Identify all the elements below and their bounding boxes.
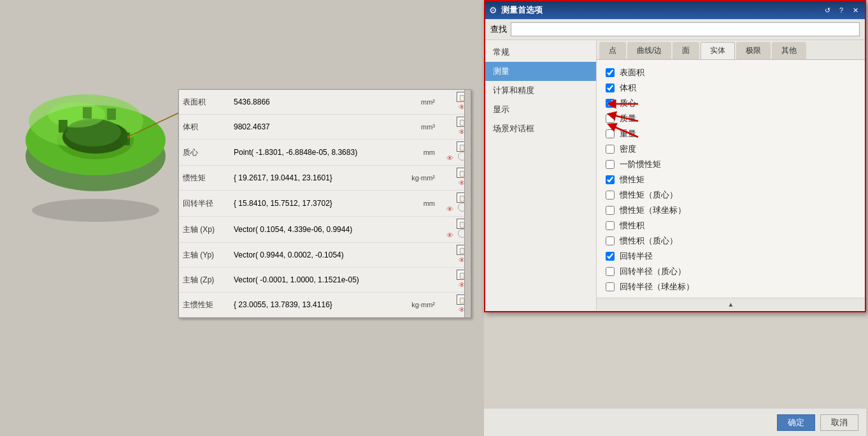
viewport: 表面积 5436.8866 mm² 📋 👁 体积 9802.4637 mm³ 📋… [0,0,484,436]
measure-row-name: 主轴 (Yp) [179,243,230,268]
checkbox-label: 惯性矩（球坐标） [620,205,686,216]
sidebar-item-常规[interactable]: 常规 [485,43,596,62]
measure-row: 回转半径 { 15.8410, 15.7512, 17.3702} mm 📋 👁 [179,191,471,217]
checkbox-label: 惯性矩 [620,174,644,185]
tab-点[interactable]: 点 [599,42,626,59]
preferences-dialog: ⚙ 测量首选项 ↺ ? ✕ 查找 常规测量计算和精度显示场景对话框 点曲线/边面… [484,0,866,312]
measure-row-unit: kg·mm² [404,166,439,191]
checkbox-row: 惯性矩（球坐标） [604,203,857,218]
checkbox-label: 惯性积 [620,220,644,231]
measure-row: 主轴 (Yp) Vector( 0.9944, 0.0002, -0.1054)… [179,243,471,268]
checkbox-row: 惯性矩（质心） [604,187,857,203]
measure-row-unit: mm² [404,90,439,115]
checkbox-row: 惯性积（质心） [604,233,857,249]
search-bar: 查找 [485,19,865,40]
measure-scrollbar[interactable] [464,90,471,317]
sidebar-item-场景对话框[interactable]: 场景对话框 [485,119,596,138]
svg-rect-11 [107,108,116,120]
eye-icon[interactable]: 👁 [445,204,455,214]
measure-row-value: 9802.4637 [230,115,404,140]
search-label: 查找 [490,24,507,35]
measure-row: 主惯性矩 { 23.0055, 13.7839, 13.4116} kg·mm²… [179,293,471,317]
checkbox-回转半径[interactable] [606,252,615,261]
sidebar-item-计算和精度[interactable]: 计算和精度 [485,81,596,100]
svg-rect-8 [59,120,68,133]
measure-row-value: Point( -1.8301, -6.8848e-05, 8.3683) [230,140,404,166]
checkbox-area: 表面积体积质心质量重量密度一阶惯性矩惯性矩惯性矩（质心）惯性矩（球坐标）惯性积惯… [597,60,865,298]
measure-row-value: Vector( 0.9944, 0.0002, -0.1054) [230,243,404,268]
checkbox-row: 回转半径（球坐标） [604,279,857,294]
dialog-body: 常规测量计算和精度显示场景对话框 点曲线/边面实体极限其他 表面积体积质心质量重… [485,40,865,310]
checkbox-row: 一阶惯性矩 [604,157,857,172]
measure-row: 主轴 (Xp) Vector( 0.1054, 4.339e-06, 0.994… [179,217,471,243]
checkbox-一阶惯性矩[interactable] [606,160,615,169]
cancel-button[interactable]: 取消 [820,414,858,431]
checkbox-row: 惯性矩 [604,172,857,187]
checkbox-label: 回转半径（质心） [620,266,686,277]
tab-曲线/边[interactable]: 曲线/边 [627,42,671,59]
dialog-sidebar: 常规测量计算和精度显示场景对话框 [485,40,597,310]
dialog-bottom: ▲ [597,298,865,310]
checkbox-回转半径（球坐标）[interactable] [606,282,615,291]
measure-row-name: 体积 [179,115,230,140]
checkbox-表面积[interactable] [606,68,615,77]
checkbox-row: 惯性积 [604,218,857,233]
measure-row-name: 表面积 [179,90,230,115]
search-input[interactable] [511,22,860,36]
measure-row-value: 5436.8866 [230,90,404,115]
measure-row-unit [404,268,439,293]
checkbox-row: 回转半径 [604,249,857,264]
arrow-indicators [600,99,651,152]
checkbox-row: 体积 [604,80,857,96]
dialog-title-icon: ⚙ [489,5,497,15]
measure-row: 体积 9802.4637 mm³ 📋 👁 [179,115,471,140]
sidebar-item-显示[interactable]: 显示 [485,100,596,119]
svg-point-0 [32,199,159,222]
checkbox-惯性矩[interactable] [606,175,615,184]
measure-row-unit: mm [404,191,439,217]
measure-row-name: 主轴 (Xp) [179,217,230,243]
measure-row-unit: kg·mm² [404,293,439,317]
checkbox-label: 表面积 [620,67,644,78]
checkbox-惯性积（质心）[interactable] [606,236,615,245]
window-buttons: ↺ ? ✕ [822,4,861,16]
scroll-up-button[interactable]: ▲ [728,301,734,308]
checkbox-惯性矩（球坐标）[interactable] [606,206,615,215]
checkbox-惯性矩（质心）[interactable] [606,191,615,200]
checkbox-label: 惯性积（质心） [620,235,678,247]
measure-panel: 表面积 5436.8866 mm² 📋 👁 体积 9802.4637 mm³ 📋… [178,89,471,318]
checkbox-惯性积[interactable] [606,221,615,230]
svg-line-16 [611,126,638,137]
tab-其他[interactable]: 其他 [772,42,806,59]
measure-row: 表面积 5436.8866 mm² 📋 👁 [179,90,471,115]
measure-row-name: 质心 [179,140,230,166]
content-area: 点曲线/边面实体极限其他 表面积体积质心质量重量密度一阶惯性矩惯性矩惯性矩（质心… [597,40,865,310]
checkbox-回转半径（质心）[interactable] [606,267,615,276]
measure-row-name: 主轴 (Zp) [179,268,230,293]
eye-icon[interactable]: 👁 [445,230,455,240]
svg-line-15 [611,115,638,121]
measure-row-value: { 19.2617, 19.0441, 23.1601} [230,166,404,191]
ok-button[interactable]: 确定 [777,414,815,431]
tab-实体[interactable]: 实体 [701,42,735,59]
checkbox-体积[interactable] [606,84,615,92]
measure-row-name: 回转半径 [179,191,230,217]
close-button[interactable]: ✕ [850,4,861,16]
tab-面[interactable]: 面 [672,42,699,59]
help-button[interactable]: ? [836,4,847,16]
svg-point-13 [127,135,129,139]
dialog-footer: 确定 取消 [484,408,866,436]
checkbox-row: 回转半径（质心） [604,264,857,279]
dialog-title: 测量首选项 [501,4,822,16]
measure-row-unit [404,217,439,243]
svg-point-7 [48,102,105,127]
refresh-button[interactable]: ↺ [822,4,833,16]
measure-row: 惯性矩 { 19.2617, 19.0441, 23.1601} kg·mm² … [179,166,471,191]
measure-row-unit: mm³ [404,115,439,140]
sidebar-item-测量[interactable]: 测量 [485,62,596,81]
tab-极限[interactable]: 极限 [736,42,771,59]
eye-icon[interactable]: 👁 [445,153,455,163]
measure-row: 质心 Point( -1.8301, -6.8848e-05, 8.3683) … [179,140,471,166]
measure-row-name: 惯性矩 [179,166,230,191]
svg-line-12 [127,112,181,137]
